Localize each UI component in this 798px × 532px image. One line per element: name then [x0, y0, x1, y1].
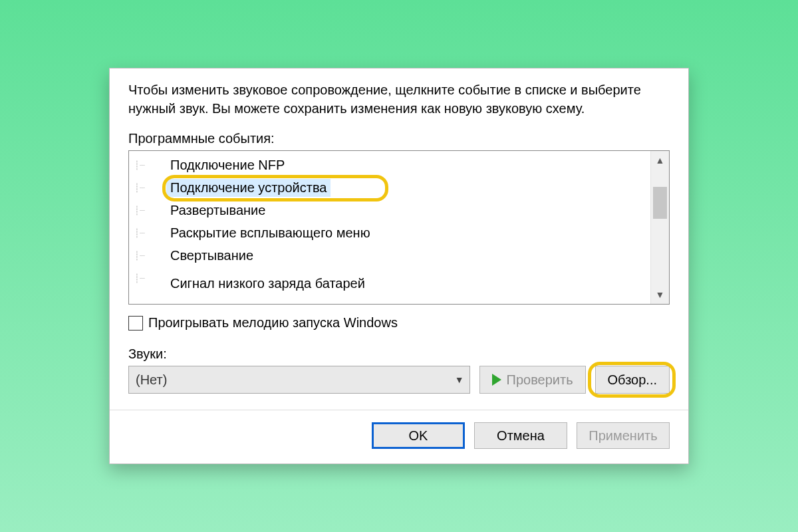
scroll-track[interactable] — [651, 170, 669, 285]
sound-select-combo[interactable]: (Нет) ▼ — [128, 366, 470, 394]
tree-branch-icon — [134, 160, 166, 170]
sound-select-value: (Нет) — [136, 372, 167, 388]
scroll-down-button[interactable]: ▼ — [651, 285, 669, 304]
tree-branch-icon — [134, 205, 166, 215]
sounds-label: Звуки: — [128, 346, 670, 362]
apply-button-label: Применить — [589, 428, 657, 444]
event-row-label: Свертывание — [166, 247, 257, 265]
sound-settings-dialog: Чтобы изменить звуковое сопровождение, щ… — [109, 68, 689, 464]
startup-sound-checkbox[interactable] — [128, 316, 143, 331]
browse-button[interactable]: Обзор... — [595, 366, 670, 394]
cancel-button[interactable]: Отмена — [474, 422, 567, 449]
browse-button-label: Обзор... — [608, 372, 657, 388]
tree-branch-icon — [134, 273, 166, 283]
event-row[interactable]: Раскрытие всплывающего меню — [129, 221, 650, 244]
chevron-down-icon: ▼ — [455, 374, 464, 385]
play-icon — [492, 374, 501, 386]
ok-button-label: OK — [409, 428, 428, 444]
startup-sound-label: Проигрывать мелодию запуска Windows — [148, 315, 398, 331]
scrollbar[interactable]: ▲ ▼ — [650, 151, 669, 304]
event-row[interactable]: Подключение NFP — [129, 154, 650, 176]
tree-branch-icon — [134, 251, 166, 261]
tree-branch-icon — [134, 183, 166, 193]
event-row[interactable]: Подключение устройства — [129, 176, 650, 199]
test-button-label: Проверить — [507, 372, 573, 388]
cancel-button-label: Отмена — [497, 428, 545, 444]
event-row-label: Сигнал низкого заряда батарей — [166, 275, 369, 293]
event-row-label: Подключение устройства — [166, 179, 331, 197]
scroll-thumb[interactable] — [653, 187, 667, 219]
startup-sound-checkbox-row[interactable]: Проигрывать мелодию запуска Windows — [128, 315, 670, 331]
event-row-label: Подключение NFP — [166, 156, 289, 174]
event-row-label: Развертывание — [166, 201, 269, 219]
scroll-up-button[interactable]: ▲ — [651, 151, 669, 170]
ok-button[interactable]: OK — [372, 422, 465, 449]
instruction-text: Чтобы изменить звуковое сопровождение, щ… — [128, 80, 670, 118]
event-row[interactable]: Свертывание — [129, 244, 650, 267]
event-row[interactable]: Сигнал низкого заряда батарей — [129, 267, 650, 289]
event-row-label: Раскрытие всплывающего меню — [166, 224, 374, 242]
test-sound-button: Проверить — [479, 366, 586, 394]
event-row[interactable]: Развертывание — [129, 199, 650, 221]
events-label: Программные события: — [128, 131, 670, 146]
tree-branch-icon — [134, 228, 166, 238]
dialog-footer: OK Отмена Применить — [110, 410, 688, 464]
program-events-listbox[interactable]: Подключение NFPПодключение устройстваРаз… — [128, 150, 670, 305]
apply-button: Применить — [577, 422, 670, 449]
